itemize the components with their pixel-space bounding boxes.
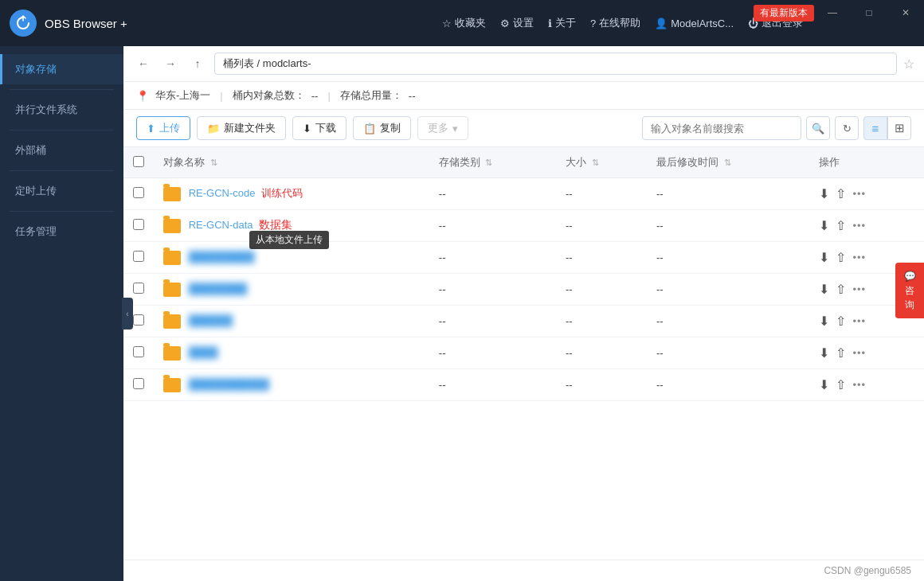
copy-button[interactable]: 📋 复制 xyxy=(353,116,411,140)
row-checkbox[interactable] xyxy=(133,346,144,357)
download-action-icon[interactable]: ⬇ xyxy=(819,345,829,361)
consult-icon: 💬 xyxy=(899,269,921,283)
folder-icon xyxy=(163,283,181,297)
footer: CSDN @gengu6585 xyxy=(123,560,924,581)
cell-size: -- xyxy=(556,242,647,274)
sort-modified-icon[interactable]: ⇅ xyxy=(724,158,731,167)
nav-bookmarks[interactable]: ☆ 收藏夹 xyxy=(442,16,486,30)
sidebar-divider-3 xyxy=(10,170,114,171)
sidebar-collapse-button[interactable]: ‹ xyxy=(122,298,133,329)
minimize-button[interactable]: — xyxy=(814,0,851,25)
title-bar: OBS Browser + ☆ 收藏夹 ⚙ 设置 ℹ 关于 ? 在线帮助 👤 M… xyxy=(0,0,924,46)
file-link[interactable]: ████████ xyxy=(189,283,248,294)
new-folder-button[interactable]: 📁 新建文件夹 xyxy=(197,116,286,140)
more-action-icon[interactable]: ••• xyxy=(852,188,866,200)
update-badge[interactable]: 有最新版本 xyxy=(754,5,814,21)
sidebar-item-external-bucket[interactable]: 外部桶 xyxy=(0,135,123,166)
file-link[interactable]: ███████████ xyxy=(189,378,269,390)
search-input[interactable] xyxy=(642,116,801,140)
row-checkbox[interactable] xyxy=(133,314,144,326)
cell-size: -- xyxy=(556,337,647,369)
table-row: █████████ -- -- -- ⬇ ⇧ ••• xyxy=(123,242,924,274)
table-row: ████ -- -- -- ⬇ ⇧ ••• xyxy=(123,337,924,369)
share-action-icon[interactable]: ⇧ xyxy=(836,218,846,233)
upload-button[interactable]: ⬆ 上传 xyxy=(136,116,190,140)
more-action-icon[interactable]: ••• xyxy=(852,379,866,391)
sort-storage-icon[interactable]: ⇅ xyxy=(485,158,492,167)
maximize-button[interactable]: □ xyxy=(851,0,887,25)
share-action-icon[interactable]: ⇧ xyxy=(836,314,846,329)
sidebar-item-scheduled-upload[interactable]: 定时上传 xyxy=(0,176,123,206)
search-button[interactable]: 🔍 xyxy=(806,116,830,140)
sidebar-item-parallel-filesystem[interactable]: 并行文件系统 xyxy=(0,95,123,125)
up-button[interactable]: ↑ xyxy=(187,53,208,74)
consult-float-button[interactable]: 💬 咨询 xyxy=(895,263,924,318)
more-action-icon[interactable]: ••• xyxy=(852,283,866,295)
row-checkbox[interactable] xyxy=(133,283,144,294)
cell-modified: -- xyxy=(647,242,809,274)
download-action-icon[interactable]: ⬇ xyxy=(819,377,829,392)
row-checkbox[interactable] xyxy=(133,378,144,389)
table-row: ████████ -- -- -- ⬇ ⇧ ••• xyxy=(123,274,924,306)
cell-size: -- xyxy=(556,306,647,337)
nav-user[interactable]: 👤 ModelArtsC... xyxy=(655,18,734,29)
cell-checkbox xyxy=(123,178,154,210)
logo-icon xyxy=(10,10,37,37)
sidebar-item-object-storage[interactable]: 对象存储 xyxy=(0,54,123,84)
file-link[interactable]: RE-GCN-code xyxy=(189,187,256,199)
share-action-icon[interactable]: ⇧ xyxy=(836,345,846,361)
row-checkbox[interactable] xyxy=(133,187,144,198)
select-all-col xyxy=(123,147,154,178)
download-action-icon[interactable]: ⬇ xyxy=(819,314,829,329)
file-link[interactable]: ████ xyxy=(189,346,218,358)
address-input[interactable] xyxy=(214,53,897,75)
share-action-icon[interactable]: ⇧ xyxy=(836,282,846,297)
cell-modified: -- xyxy=(647,274,809,306)
cell-size: -- xyxy=(556,274,647,306)
select-all-checkbox[interactable] xyxy=(133,156,144,167)
more-action-icon[interactable]: ••• xyxy=(852,315,866,327)
close-button[interactable]: ✕ xyxy=(887,0,924,25)
cell-modified: -- xyxy=(647,369,809,401)
refresh-button[interactable]: ↻ xyxy=(835,116,859,140)
cell-actions: ⬇ ⇧ ••• xyxy=(809,210,924,242)
list-view-button[interactable]: ≡ xyxy=(863,116,887,140)
bookmark-star-icon[interactable]: ☆ xyxy=(903,57,914,72)
more-action-icon[interactable]: ••• xyxy=(852,220,866,232)
info-bar: 📍 华东-上海一 | 桶内对象总数： -- | 存储总用量： -- xyxy=(123,82,924,110)
row-checkbox[interactable] xyxy=(133,219,144,230)
cell-name: ███████████ xyxy=(154,369,429,401)
download-action-icon[interactable]: ⬇ xyxy=(819,186,829,201)
download-action-icon[interactable]: ⬇ xyxy=(819,218,829,233)
share-action-icon[interactable]: ⇧ xyxy=(836,186,846,201)
file-link[interactable]: █████████ xyxy=(189,251,255,263)
share-action-icon[interactable]: ⇧ xyxy=(836,250,846,265)
file-link[interactable]: RE-GCN-data xyxy=(189,219,253,231)
file-table-container: 对象名称 ⇅ 存储类别 ⇅ 大小 ⇅ 最后修改时间 xyxy=(123,147,924,560)
grid-view-button[interactable]: ⊞ xyxy=(887,116,911,140)
sort-name-icon[interactable]: ⇅ xyxy=(210,158,217,167)
sort-size-icon[interactable]: ⇅ xyxy=(592,158,599,167)
download-action-icon[interactable]: ⬇ xyxy=(819,250,829,265)
cell-actions: ⬇ ⇧ ••• xyxy=(809,369,924,401)
nav-about[interactable]: ℹ 关于 xyxy=(548,16,576,30)
cell-modified: -- xyxy=(647,178,809,210)
download-action-icon[interactable]: ⬇ xyxy=(819,282,829,297)
more-action-icon[interactable]: ••• xyxy=(852,347,866,359)
back-button[interactable]: ← xyxy=(133,53,154,74)
table-row: RE-GCN-data 数据集 -- -- -- ⬇ ⇧ ••• xyxy=(123,210,924,242)
sidebar-item-task-management[interactable]: 任务管理 xyxy=(0,216,123,247)
forward-button[interactable]: → xyxy=(160,53,181,74)
sidebar-divider-2 xyxy=(10,130,114,131)
row-checkbox[interactable] xyxy=(133,251,144,262)
download-button[interactable]: ⬇ 下载 xyxy=(292,116,346,140)
object-count-label: 桶内对象总数： xyxy=(233,88,305,103)
nav-settings[interactable]: ⚙ 设置 xyxy=(500,16,534,30)
share-action-icon[interactable]: ⇧ xyxy=(836,377,846,392)
more-button[interactable]: 更多 ▾ xyxy=(417,116,468,140)
file-link[interactable]: ██████ xyxy=(189,314,233,326)
nav-help[interactable]: ? 在线帮助 xyxy=(590,16,640,30)
watermark: CSDN @gengu6585 xyxy=(824,565,911,576)
more-action-icon[interactable]: ••• xyxy=(852,252,866,263)
storage-value: -- xyxy=(409,90,416,102)
